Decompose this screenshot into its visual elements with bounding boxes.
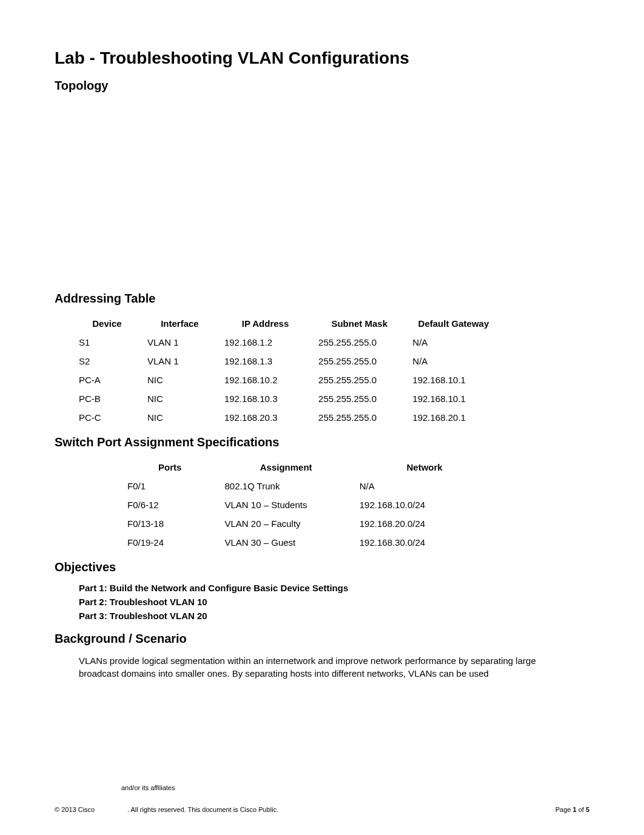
cell-assignment: 802.1Q Trunk (219, 477, 354, 495)
cell-interface: NIC (141, 371, 218, 389)
col-interface: Interface (141, 314, 218, 333)
cell-ports: F0/1 (121, 477, 219, 495)
col-network: Network (354, 458, 496, 477)
col-device: Device (73, 314, 141, 333)
cell-mask: 255.255.255.0 (312, 352, 406, 371)
cell-gateway: 192.168.10.1 (406, 371, 500, 389)
col-ports: Ports (121, 458, 219, 477)
cell-mask: 255.255.255.0 (312, 408, 406, 427)
cell-ip: 192.168.1.2 (218, 333, 312, 352)
cell-assignment: VLAN 10 – Students (219, 495, 354, 514)
cell-gateway: N/A (406, 333, 500, 352)
page-label: Page (555, 806, 573, 813)
table-row: F0/19-24 VLAN 30 – Guest 192.168.30.0/24 (121, 533, 495, 552)
table-header-row: Ports Assignment Network (121, 458, 495, 477)
table-row: PC-B NIC 192.168.10.3 255.255.255.0 192.… (73, 389, 501, 408)
cell-mask: 255.255.255.0 (312, 333, 406, 352)
page-footer: © 2013 Cisco . All rights reserved. This… (55, 806, 589, 813)
cell-interface: VLAN 1 (141, 333, 218, 352)
section-background: Background / Scenario (55, 632, 589, 646)
col-ip: IP Address (218, 314, 312, 333)
cell-device: PC-B (73, 389, 141, 408)
col-mask: Subnet Mask (312, 314, 406, 333)
table-row: S2 VLAN 1 192.168.1.3 255.255.255.0 N/A (73, 352, 501, 371)
cell-ip: 192.168.10.3 (218, 389, 312, 408)
cell-ports: F0/19-24 (121, 533, 219, 552)
cell-assignment: VLAN 30 – Guest (219, 533, 354, 552)
cell-network: 192.168.30.0/24 (354, 533, 496, 552)
cell-device: PC-C (73, 408, 141, 427)
table-row: PC-C NIC 192.168.20.3 255.255.255.0 192.… (73, 408, 501, 427)
col-assignment: Assignment (219, 458, 354, 477)
cell-gateway: 192.168.10.1 (406, 389, 500, 408)
page-title: Lab - Troubleshooting VLAN Configuration… (55, 49, 589, 68)
table-row: PC-A NIC 192.168.10.2 255.255.255.0 192.… (73, 371, 501, 389)
topology-diagram-placeholder (55, 101, 589, 283)
cell-ip: 192.168.10.2 (218, 371, 312, 389)
cell-interface: NIC (141, 389, 218, 408)
cell-network: N/A (354, 477, 496, 495)
table-row: S1 VLAN 1 192.168.1.2 255.255.255.0 N/A (73, 333, 501, 352)
cell-mask: 255.255.255.0 (312, 371, 406, 389)
cell-ports: F0/13-18 (121, 514, 219, 533)
cell-network: 192.168.20.0/24 (354, 514, 496, 533)
switchport-table: Ports Assignment Network F0/1 802.1Q Tru… (121, 458, 495, 552)
objective-part-2: Part 2: Troubleshoot VLAN 10 (79, 597, 589, 607)
cell-device: S1 (73, 333, 141, 352)
cell-assignment: VLAN 20 – Faculty (219, 514, 354, 533)
section-topology: Topology (55, 79, 589, 93)
table-row: F0/6-12 VLAN 10 – Students 192.168.10.0/… (121, 495, 495, 514)
cell-interface: NIC (141, 408, 218, 427)
objective-part-3: Part 3: Troubleshoot VLAN 20 (79, 611, 589, 621)
cell-ports: F0/6-12 (121, 495, 219, 514)
cell-device: S2 (73, 352, 141, 371)
background-paragraph: VLANs provide logical segmentation withi… (79, 654, 577, 680)
page-of: of (577, 806, 586, 813)
objective-part-1: Part 1: Build the Network and Configure … (79, 583, 589, 593)
page-total: 5 (586, 806, 589, 813)
cell-gateway: 192.168.20.1 (406, 408, 500, 427)
addressing-table: Device Interface IP Address Subnet Mask … (73, 314, 501, 427)
col-gateway: Default Gateway (406, 314, 500, 333)
footer-page: Page 1 of 5 (529, 806, 589, 813)
cell-ip: 192.168.20.3 (218, 408, 312, 427)
cell-network: 192.168.10.0/24 (354, 495, 496, 514)
cell-ip: 192.168.1.3 (218, 352, 312, 371)
cell-interface: VLAN 1 (141, 352, 218, 371)
section-addressing: Addressing Table (55, 292, 589, 306)
cell-gateway: N/A (406, 352, 500, 371)
section-switchport: Switch Port Assignment Specifications (55, 435, 589, 449)
section-objectives: Objectives (55, 560, 589, 574)
table-header-row: Device Interface IP Address Subnet Mask … (73, 314, 501, 333)
table-row: F0/1 802.1Q Trunk N/A (121, 477, 495, 495)
cell-mask: 255.255.255.0 (312, 389, 406, 408)
cell-device: PC-A (73, 371, 141, 389)
footer-copyright: © 2013 Cisco (55, 806, 127, 813)
footer-rights: . All rights reserved. This document is … (127, 806, 529, 813)
affiliates-note: and/or its affiliates (121, 784, 175, 791)
table-row: F0/13-18 VLAN 20 – Faculty 192.168.20.0/… (121, 514, 495, 533)
